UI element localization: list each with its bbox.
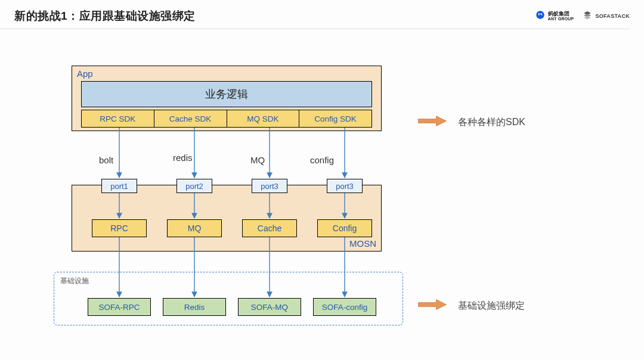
ant-logo-cn: 蚂蚁集团: [548, 11, 574, 17]
callout-infra: 基础设施强绑定: [417, 298, 525, 314]
sofastack-logo: SOFASTACK: [582, 10, 630, 23]
mosn-cache: Cache: [242, 219, 297, 237]
ant-logo-en: ANT GROUP: [548, 17, 574, 21]
proto-redis: redis: [173, 153, 193, 163]
big-arrow-icon: [417, 298, 447, 314]
sdk-mq: MQ SDK: [227, 110, 300, 128]
header: 新的挑战1：应用跟基础设施强绑定 蚂蚁集团 ANT GROUP SOFASTAC…: [0, 0, 644, 29]
sdk-cache: Cache SDK: [154, 110, 227, 128]
port3-box: port3: [252, 179, 287, 193]
infra-redis: Redis: [163, 298, 226, 316]
big-arrow-icon: [417, 114, 447, 130]
svg-point-1: [538, 13, 539, 14]
port1-box: port1: [101, 179, 137, 193]
mosn-config: Config: [317, 219, 372, 237]
infra-label: 基础设施: [60, 276, 89, 286]
mosn-container: MOSN: [72, 185, 382, 252]
proto-bolt: bolt: [99, 155, 113, 165]
app-label: App: [77, 69, 93, 79]
svg-point-2: [541, 13, 542, 14]
infra-sofa-config: SOFA-config: [313, 298, 376, 316]
logo-group: 蚂蚁集团 ANT GROUP SOFASTACK: [535, 10, 630, 23]
sdk-row: RPC SDK Cache SDK MQ SDK Config SDK: [81, 110, 372, 128]
sofastack-text: SOFASTACK: [595, 13, 630, 19]
port2-box: port2: [177, 179, 212, 193]
callout-sdk-text: 各种各样的SDK: [458, 116, 525, 129]
diagram-stage: App 业务逻辑 RPC SDK Cache SDK MQ SDK Config…: [72, 66, 394, 340]
page-title: 新的挑战1：应用跟基础设施强绑定: [14, 8, 196, 24]
ant-icon: [535, 10, 546, 23]
infra-sofa-mq: SOFA-MQ: [238, 298, 301, 316]
port4-box: port3: [327, 179, 363, 193]
callout-sdk: 各种各样的SDK: [417, 114, 525, 130]
callout-infra-text: 基础设施强绑定: [458, 300, 525, 312]
header-divider: [0, 29, 630, 29]
ant-group-logo: 蚂蚁集团 ANT GROUP: [535, 10, 574, 23]
mosn-label: MOSN: [349, 238, 376, 249]
mosn-mq: MQ: [167, 219, 222, 237]
sdk-rpc: RPC SDK: [81, 110, 154, 128]
infra-sofa-rpc: SOFA-RPC: [88, 298, 151, 316]
sdk-config: Config SDK: [299, 110, 372, 128]
svg-point-0: [536, 11, 544, 19]
mosn-rpc: RPC: [92, 219, 147, 237]
proto-mq: MQ: [250, 155, 265, 165]
proto-config: config: [310, 155, 334, 165]
sofastack-icon: [582, 10, 593, 23]
business-logic-box: 业务逻辑: [81, 81, 372, 107]
